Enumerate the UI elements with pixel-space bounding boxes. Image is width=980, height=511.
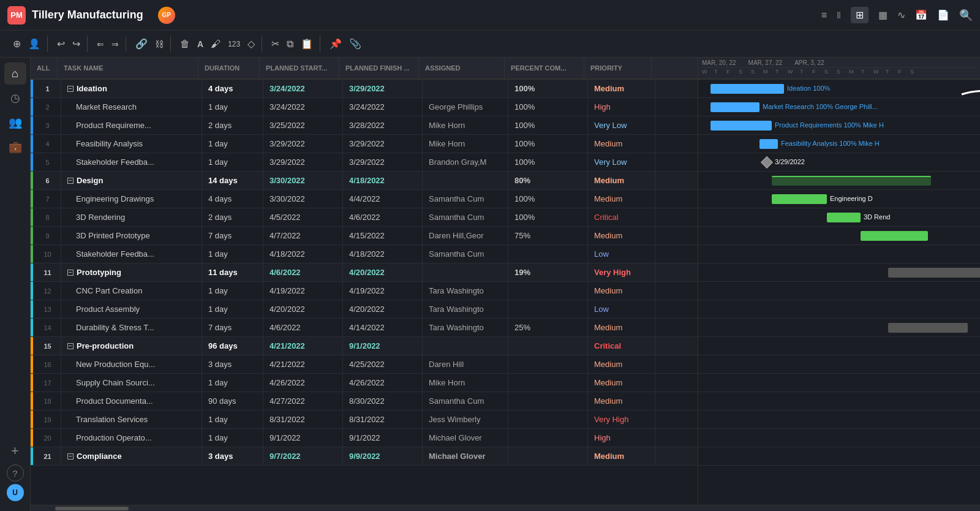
assigned-cell[interactable]: Tara Washingto: [423, 300, 508, 318]
duration-cell[interactable]: 1 day: [202, 245, 263, 263]
col-header-task[interactable]: TASK NAME: [58, 58, 198, 78]
table-row[interactable]: 19 Translation Services 1 day 8/31/2022 …: [31, 411, 698, 429]
duration-cell[interactable]: 1 day: [202, 98, 263, 116]
priority-cell[interactable]: Very Low: [588, 116, 655, 134]
list-view-btn[interactable]: ≡: [821, 10, 827, 21]
priority-cell[interactable]: Low: [588, 245, 655, 263]
pct-cell[interactable]: 100%: [508, 135, 588, 153]
group-expand-icon[interactable]: −: [67, 343, 74, 349]
assigned-cell[interactable]: Daren Hill: [423, 355, 508, 373]
priority-cell[interactable]: Medium: [588, 355, 655, 373]
start-cell[interactable]: 3/29/2022: [263, 153, 343, 171]
number-btn[interactable]: 123: [225, 37, 243, 51]
priority-cell[interactable]: Medium: [588, 227, 655, 244]
pct-cell[interactable]: 100%: [508, 190, 588, 208]
start-cell[interactable]: 4/6/2022: [263, 319, 343, 336]
start-cell[interactable]: 3/30/2022: [263, 172, 343, 189]
start-cell[interactable]: 4/21/2022: [263, 355, 343, 373]
finish-cell[interactable]: 4/6/2022: [343, 208, 423, 226]
priority-cell[interactable]: Medium: [588, 135, 655, 153]
group-expand-icon[interactable]: −: [67, 453, 74, 460]
duration-cell[interactable]: 7 days: [202, 227, 263, 244]
table-row[interactable]: 14 Durability & Stress T... 7 days 4/6/2…: [31, 319, 698, 337]
finish-cell[interactable]: 4/4/2022: [343, 190, 423, 208]
finish-cell[interactable]: 8/31/2022: [343, 411, 423, 428]
table-row[interactable]: 17 Supply Chain Sourci... 1 day 4/26/202…: [31, 374, 698, 392]
duration-cell[interactable]: 2 days: [202, 116, 263, 134]
table-row[interactable]: 20 Production Operato... 1 day 9/1/2022 …: [31, 429, 698, 447]
task-name-cell[interactable]: 3D Printed Prototype: [61, 227, 202, 244]
start-cell[interactable]: 3/25/2022: [263, 116, 343, 134]
add-task-btn[interactable]: ⊕: [10, 36, 24, 52]
undo-btn[interactable]: ↩: [54, 36, 68, 52]
start-cell[interactable]: 4/19/2022: [263, 282, 343, 300]
duration-cell[interactable]: 1 day: [202, 411, 263, 428]
pct-cell[interactable]: [508, 447, 588, 465]
priority-cell[interactable]: Medium: [588, 80, 655, 97]
task-name-cell[interactable]: Engineering Drawings: [61, 190, 202, 208]
gantt-bar-market[interactable]: [710, 102, 760, 112]
duration-cell[interactable]: 1 day: [202, 282, 263, 300]
gantt-bar-3dproto[interactable]: [861, 231, 928, 241]
pct-cell[interactable]: [508, 245, 588, 263]
start-cell[interactable]: 4/26/2022: [263, 374, 343, 392]
scrollbar-thumb[interactable]: [55, 507, 129, 510]
priority-cell[interactable]: Medium: [588, 190, 655, 208]
gantt-bar-engdraw[interactable]: [772, 194, 827, 204]
finish-cell[interactable]: 4/18/2022: [343, 172, 423, 189]
horizontal-scrollbar[interactable]: [31, 505, 980, 511]
sidebar-item-recent[interactable]: ◷: [4, 87, 26, 109]
pct-cell[interactable]: 100%: [508, 80, 588, 97]
duration-cell[interactable]: 14 days: [202, 172, 263, 189]
duration-cell[interactable]: 2 days: [202, 208, 263, 226]
start-cell[interactable]: 9/7/2022: [263, 447, 343, 465]
gantt-bar-feasibility[interactable]: [760, 139, 778, 149]
start-cell[interactable]: 4/18/2022: [263, 245, 343, 263]
paste-btn[interactable]: 📋: [298, 36, 316, 52]
table-row[interactable]: 8 3D Rendering 2 days 4/5/2022 4/6/2022 …: [31, 208, 698, 227]
assigned-cell[interactable]: Daren Hill,Geor: [423, 227, 508, 244]
task-name-cell[interactable]: Production Operato...: [61, 429, 202, 447]
assigned-cell[interactable]: Mike Horn: [423, 116, 508, 134]
assigned-cell[interactable]: George Phillips: [423, 98, 508, 116]
text-btn[interactable]: A: [194, 37, 206, 51]
task-name-cell[interactable]: CNC Part Creation: [61, 282, 202, 300]
user-avatar[interactable]: GP: [158, 7, 175, 24]
table-row[interactable]: 13 Product Assembly 1 day 4/20/2022 4/20…: [31, 300, 698, 319]
duration-cell[interactable]: 96 days: [202, 337, 263, 355]
duration-cell[interactable]: 4 days: [202, 190, 263, 208]
calendar-view-btn[interactable]: 📅: [915, 9, 927, 21]
shape-btn[interactable]: ◇: [244, 36, 258, 52]
assigned-cell[interactable]: [423, 172, 508, 189]
duration-cell[interactable]: 4 days: [202, 80, 263, 97]
start-cell[interactable]: 4/5/2022: [263, 208, 343, 226]
gantt-bar-proto[interactable]: [888, 268, 980, 278]
pct-cell[interactable]: 100%: [508, 98, 588, 116]
pct-cell[interactable]: [508, 355, 588, 373]
pct-cell[interactable]: 25%: [508, 319, 588, 336]
pct-cell[interactable]: 75%: [508, 227, 588, 244]
pct-cell[interactable]: 100%: [508, 116, 588, 134]
task-name-cell[interactable]: Product Assembly: [61, 300, 202, 318]
cut-btn[interactable]: ✂: [268, 36, 282, 52]
priority-cell[interactable]: Medium: [588, 374, 655, 392]
gantt-view-btn[interactable]: ⊞: [851, 7, 869, 23]
task-name-cell[interactable]: Stakeholder Feedba...: [61, 153, 202, 171]
start-cell[interactable]: 4/6/2022: [263, 263, 343, 281]
task-name-cell[interactable]: Translation Services: [61, 411, 202, 428]
assigned-cell[interactable]: Michael Glover: [423, 447, 508, 465]
table-row[interactable]: 2 Market Research 1 day 3/24/2022 3/24/2…: [31, 98, 698, 116]
start-cell[interactable]: 3/24/2022: [263, 98, 343, 116]
task-name-cell[interactable]: −Prototyping: [61, 263, 202, 281]
pct-cell[interactable]: 80%: [508, 172, 588, 189]
start-cell[interactable]: 3/30/2022: [263, 190, 343, 208]
table-row[interactable]: 10 Stakeholder Feedba... 1 day 4/18/2022…: [31, 245, 698, 263]
gantt-bar-design[interactable]: [772, 176, 931, 186]
table-row[interactable]: 11 −Prototyping 11 days 4/6/2022 4/20/20…: [31, 263, 698, 282]
assigned-cell[interactable]: Mike Horn: [423, 374, 508, 392]
table-row[interactable]: 3 Product Requireme... 2 days 3/25/2022 …: [31, 116, 698, 135]
table-row[interactable]: 18 Product Documenta... 90 days 4/27/202…: [31, 392, 698, 411]
finish-cell[interactable]: 4/14/2022: [343, 319, 423, 336]
table-row[interactable]: 5 Stakeholder Feedba... 1 day 3/29/2022 …: [31, 153, 698, 172]
priority-cell[interactable]: Very High: [588, 263, 655, 281]
